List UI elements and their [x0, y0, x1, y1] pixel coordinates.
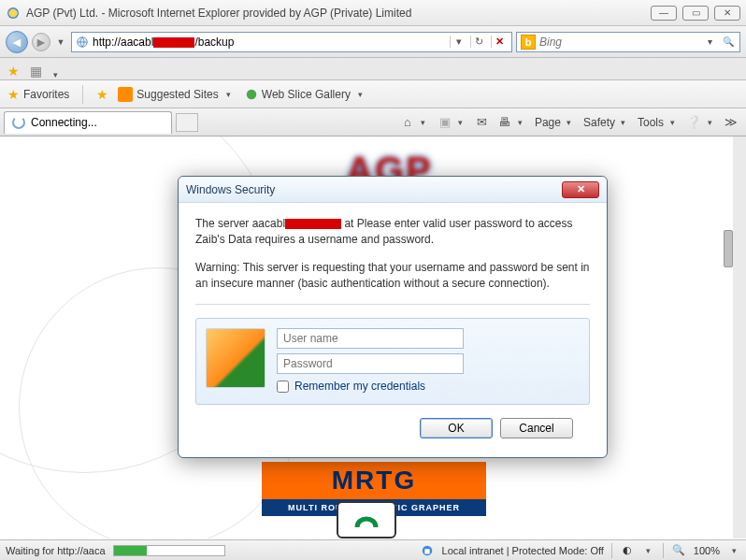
mail-button[interactable]: ✉	[475, 115, 490, 130]
redacted-host	[153, 37, 194, 48]
svg-point-2	[247, 89, 257, 99]
add-favorite-icon[interactable]: ★	[96, 87, 108, 102]
back-button[interactable]: ◄	[6, 31, 28, 53]
zone-icon	[420, 543, 435, 558]
address-url: http://aacabl/backup	[93, 36, 446, 49]
home-button[interactable]: ⌂▾	[400, 115, 430, 130]
protected-mode-icon[interactable]: ◐	[620, 543, 635, 558]
dialog-message-2: Warning: This server is requesting that …	[195, 260, 590, 293]
tab-label: Connecting...	[31, 116, 97, 129]
print-button[interactable]: 🖶▾	[497, 115, 527, 130]
webslice-icon	[245, 88, 258, 101]
new-tab-button[interactable]	[176, 113, 198, 132]
chevron-more[interactable]: ≫	[724, 115, 739, 130]
user-tile-image	[206, 328, 265, 388]
separator	[82, 85, 83, 104]
security-zone-text: Local intranet | Protected Mode: Off	[442, 545, 604, 556]
loading-spinner-icon	[12, 116, 25, 129]
safety-menu[interactable]: Safety▾	[583, 116, 630, 129]
tools-label: Tools	[638, 116, 664, 129]
stop-button[interactable]: ✕	[491, 36, 508, 48]
favorites-button[interactable]: ★Favorites	[7, 87, 69, 102]
star-icon: ★	[7, 87, 20, 102]
password-input[interactable]	[277, 353, 464, 374]
refresh-button[interactable]: ↻	[470, 36, 487, 48]
dialog-titlebar[interactable]: Windows Security ✕	[179, 177, 607, 203]
logo-shape-icon	[353, 509, 380, 531]
dialog-title: Windows Security	[186, 183, 275, 196]
zoom-icon[interactable]: 🔍	[671, 543, 686, 558]
ie-icon	[6, 6, 21, 21]
status-text: Waiting for http://aaca	[6, 545, 106, 556]
web-slice-link[interactable]: Web Slice Gallery▾	[245, 88, 367, 101]
webslice-label: Web Slice Gallery	[262, 88, 351, 101]
search-input[interactable]	[539, 36, 698, 49]
command-bar: Connecting... ⌂▾ ▣▾ ✉ 🖶▾ Page▾ Safety▾ T…	[0, 108, 746, 136]
forward-button[interactable]: ►	[32, 33, 50, 51]
dialog-message-1: The server aacabl at Please enter valid …	[195, 216, 590, 249]
search-box[interactable]: b ▾ 🔍	[516, 32, 740, 52]
star-add-icon: ★	[96, 87, 108, 102]
minimize-button[interactable]: —	[651, 6, 677, 21]
zoom-dropdown[interactable]: ▾	[727, 546, 740, 555]
page-menu[interactable]: Page▾	[535, 116, 576, 129]
suggested-icon	[118, 87, 133, 102]
tab-connecting[interactable]: Connecting...	[4, 111, 172, 134]
page-label: Page	[535, 116, 561, 129]
username-input[interactable]	[277, 328, 464, 349]
progress-bar	[113, 545, 225, 556]
separator	[663, 543, 664, 558]
favorites-label: Favorites	[23, 88, 69, 101]
safety-label: Safety	[583, 116, 615, 129]
favorites-star-icon[interactable]: ★	[4, 63, 22, 79]
favorites-bar: ★Favorites ★ Suggested Sites▾ Web Slice …	[0, 80, 746, 108]
status-bar: Waiting for http://aaca Local intranet |…	[0, 539, 746, 560]
zoom-level: 100%	[694, 545, 720, 556]
print-icon: 🖶	[497, 115, 512, 130]
navigation-bar: ◄ ► ▼ http://aacabl/backup ▾ ↻ ✕ b ▾ 🔍	[0, 26, 746, 58]
remember-label: Remember my credentials	[294, 379, 425, 395]
suggested-sites-link[interactable]: Suggested Sites▾	[118, 87, 235, 102]
nav-history-dropdown[interactable]: ▼	[54, 37, 67, 47]
home-icon: ⌂	[400, 115, 415, 130]
address-dropdown[interactable]: ▾	[450, 36, 466, 48]
suggested-label: Suggested Sites	[136, 88, 218, 101]
dialog-close-button[interactable]: ✕	[562, 181, 599, 198]
cancel-button[interactable]: Cancel	[500, 418, 573, 438]
search-provider-dropdown[interactable]: ▾	[702, 36, 717, 47]
window-title: AGP (Pvt) Ltd. - Microsoft Internet Expl…	[26, 7, 411, 20]
progress-fill	[114, 546, 147, 555]
small-logo	[337, 501, 396, 538]
windows-security-dialog: Windows Security ✕ The server aacabl at …	[178, 176, 608, 458]
rss-icon: ▣	[438, 115, 452, 130]
close-window-button[interactable]: ✕	[714, 6, 740, 21]
ok-button[interactable]: OK	[420, 418, 493, 438]
quicktabs-icon[interactable]: ▦	[26, 63, 45, 79]
bing-icon: b	[521, 35, 536, 50]
quicktab-strip: ★ ▦ ▾	[0, 58, 746, 80]
dialog-body: The server aacabl at Please enter valid …	[179, 203, 607, 457]
scrollbar-thumb[interactable]	[724, 230, 733, 267]
credentials-panel: Remember my credentials	[195, 318, 590, 405]
globe-icon	[76, 36, 89, 49]
address-bar[interactable]: http://aacabl/backup ▾ ↻ ✕	[71, 32, 512, 52]
mail-icon: ✉	[475, 115, 490, 130]
dialog-divider	[195, 304, 590, 305]
quicktab-dropdown[interactable]: ▾	[49, 70, 62, 79]
chevron-right-icon: ≫	[724, 115, 739, 130]
help-button[interactable]: ❔▾	[686, 115, 716, 130]
remember-credentials-checkbox[interactable]: Remember my credentials	[277, 379, 580, 395]
mrtg-title: MRTG	[262, 462, 486, 499]
maximize-button[interactable]: ▭	[682, 6, 709, 21]
svg-rect-4	[424, 549, 429, 553]
window-titlebar: AGP (Pvt) Ltd. - Microsoft Internet Expl…	[0, 0, 746, 26]
tools-menu[interactable]: Tools▾	[638, 116, 679, 129]
separator	[611, 543, 612, 558]
redacted-server	[285, 219, 341, 229]
search-go-button[interactable]: 🔍	[721, 36, 736, 47]
remember-checkbox-input[interactable]	[277, 381, 289, 393]
feeds-button[interactable]: ▣▾	[438, 115, 467, 130]
help-icon: ❔	[686, 115, 701, 130]
